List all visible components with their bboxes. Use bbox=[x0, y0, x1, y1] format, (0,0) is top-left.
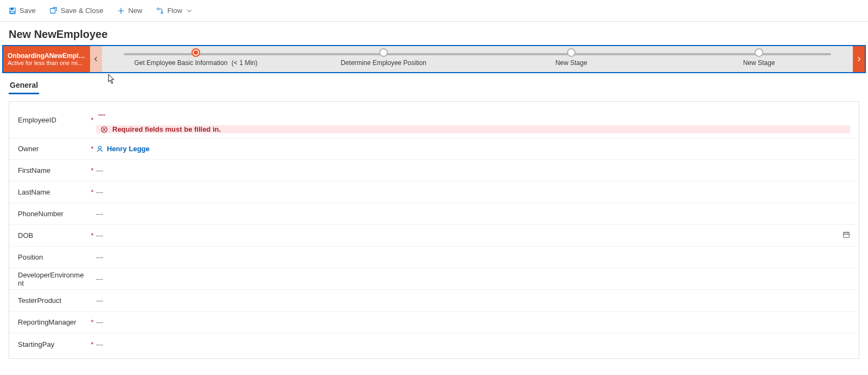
field-phone: PhoneNumber --- bbox=[9, 203, 859, 225]
required-marker: * bbox=[88, 166, 96, 174]
bpf-stages: Get Employee Basic Information (< 1 Min)… bbox=[102, 46, 853, 72]
field-label: DeveloperEnvironment bbox=[18, 271, 88, 287]
field-manager: ReportingManager * --- bbox=[9, 312, 859, 333]
field-owner: Owner * Henry Legge bbox=[9, 138, 859, 160]
chevron-left-icon bbox=[93, 56, 99, 62]
record-title: New NewEmployee bbox=[0, 22, 868, 43]
field-dob: DOB * --- bbox=[9, 225, 859, 247]
svg-point-4 bbox=[157, 8, 159, 10]
save-close-icon bbox=[50, 7, 58, 15]
field-devenv: DeveloperEnvironment --- bbox=[9, 268, 859, 290]
field-label: PhoneNumber bbox=[18, 210, 88, 218]
bpf-stage-dot bbox=[755, 48, 763, 57]
validation-error: Required fields must be filled in. bbox=[96, 125, 850, 133]
employee-id-value[interactable]: --- bbox=[96, 109, 850, 120]
save-close-button[interactable]: Save & Close bbox=[48, 5, 106, 16]
field-label: ReportingManager bbox=[18, 318, 88, 326]
save-button[interactable]: Save bbox=[7, 5, 38, 16]
chevron-down-icon bbox=[186, 7, 193, 15]
bpf-container: OnboardingANewEmplo... Active for less t… bbox=[2, 45, 866, 73]
calendar-icon[interactable] bbox=[843, 231, 850, 240]
save-icon bbox=[9, 7, 16, 15]
new-label: New bbox=[128, 7, 142, 15]
bpf-bar: OnboardingANewEmplo... Active for less t… bbox=[3, 46, 865, 72]
bpf-stage-duration: (< 1 Min) bbox=[232, 59, 258, 67]
firstname-value[interactable]: --- bbox=[96, 164, 850, 177]
plus-icon bbox=[117, 7, 125, 15]
field-value-wrap: --- Required fields must be filled in. bbox=[96, 109, 850, 133]
bpf-stage-1[interactable]: Get Employee Basic Information (< 1 Min) bbox=[102, 46, 290, 72]
tab-list: General bbox=[0, 75, 868, 95]
bpf-next-button[interactable] bbox=[853, 46, 865, 72]
lastname-value[interactable]: --- bbox=[96, 186, 850, 199]
person-icon bbox=[96, 145, 104, 153]
bpf-prev-button[interactable] bbox=[90, 46, 102, 72]
required-marker: * bbox=[88, 116, 96, 124]
bpf-stage-label: New Stage bbox=[556, 59, 588, 67]
field-label: EmployeeID bbox=[18, 116, 88, 124]
svg-rect-8 bbox=[844, 232, 850, 238]
field-tester: TesterProduct --- bbox=[9, 290, 859, 312]
flow-button[interactable]: Flow bbox=[154, 5, 195, 16]
phone-value[interactable]: --- bbox=[96, 208, 850, 221]
svg-point-7 bbox=[98, 146, 101, 148]
field-employee-id: EmployeeID * --- Required fields must be… bbox=[9, 105, 859, 138]
owner-lookup[interactable]: Henry Legge bbox=[96, 145, 150, 153]
field-pay: StartingPay * --- bbox=[9, 333, 859, 355]
field-label: StartingPay bbox=[18, 340, 88, 348]
required-marker: * bbox=[88, 188, 96, 196]
error-text: Required fields must be filled in. bbox=[112, 125, 221, 133]
field-label: DOB bbox=[18, 231, 88, 240]
dob-value[interactable]: --- bbox=[96, 229, 850, 242]
required-marker: * bbox=[88, 145, 96, 153]
required-marker: * bbox=[88, 231, 96, 240]
bpf-process-status: Active for less than one mi... bbox=[8, 60, 86, 66]
bpf-stage-4[interactable]: New Stage bbox=[665, 46, 853, 72]
bpf-stage-label: Determine Employee Position bbox=[341, 59, 426, 67]
chevron-right-icon bbox=[856, 56, 862, 62]
dob-text: --- bbox=[96, 231, 103, 240]
bpf-stage-dot bbox=[192, 48, 200, 57]
tab-general[interactable]: General bbox=[9, 77, 39, 94]
bpf-stage-3[interactable]: New Stage bbox=[477, 46, 665, 72]
svg-rect-2 bbox=[11, 11, 15, 13]
field-firstname: FirstName * --- bbox=[9, 160, 859, 182]
position-value[interactable]: --- bbox=[96, 251, 850, 264]
bpf-stage-2[interactable]: Determine Employee Position bbox=[290, 46, 477, 72]
field-label: Position bbox=[18, 253, 88, 261]
field-label: Owner bbox=[18, 145, 88, 153]
flow-icon bbox=[156, 7, 164, 15]
bpf-process-name: OnboardingANewEmplo... bbox=[8, 52, 86, 60]
field-label: TesterProduct bbox=[18, 296, 88, 305]
required-marker: * bbox=[88, 340, 96, 348]
error-icon bbox=[100, 126, 108, 133]
bpf-stage-dot bbox=[567, 48, 576, 57]
required-marker: * bbox=[88, 318, 96, 326]
bpf-stage-label: New Stage bbox=[743, 59, 775, 67]
tester-value[interactable]: --- bbox=[96, 294, 850, 307]
bpf-stage-dot bbox=[379, 48, 388, 57]
field-lastname: LastName * --- bbox=[9, 182, 859, 203]
field-position: Position --- bbox=[9, 247, 859, 268]
new-button[interactable]: New bbox=[115, 5, 144, 16]
svg-rect-1 bbox=[11, 8, 14, 10]
owner-name: Henry Legge bbox=[107, 145, 150, 153]
manager-value[interactable]: --- bbox=[96, 316, 850, 329]
form-section-general: EmployeeID * --- Required fields must be… bbox=[9, 101, 859, 359]
svg-rect-3 bbox=[50, 8, 55, 13]
pay-value[interactable]: --- bbox=[96, 338, 850, 351]
save-close-label: Save & Close bbox=[61, 7, 104, 15]
bpf-process-badge[interactable]: OnboardingANewEmplo... Active for less t… bbox=[3, 46, 90, 72]
command-bar: Save Save & Close New Flow bbox=[0, 0, 868, 22]
owner-value[interactable]: Henry Legge bbox=[96, 143, 850, 156]
field-label: FirstName bbox=[18, 166, 88, 174]
bpf-stage-label: Get Employee Basic Information bbox=[134, 59, 227, 67]
devenv-value[interactable]: --- bbox=[96, 273, 850, 286]
field-label: LastName bbox=[18, 188, 88, 196]
flow-label: Flow bbox=[167, 7, 182, 15]
save-label: Save bbox=[20, 7, 36, 15]
svg-point-5 bbox=[161, 11, 163, 14]
